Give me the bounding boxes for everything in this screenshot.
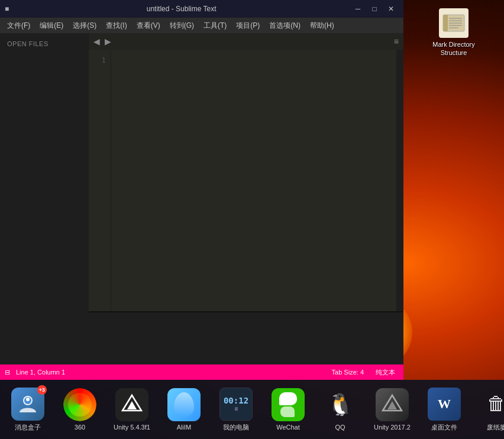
window-controls: ─ □ ✕ xyxy=(350,1,399,17)
clock-icon: 🖥 xyxy=(234,406,238,412)
bottom-panel xyxy=(89,311,403,364)
wechat-bubbles xyxy=(279,392,297,417)
code-content[interactable] xyxy=(111,50,396,311)
taskbar-icon-unity543 xyxy=(115,388,148,421)
menu-view[interactable]: 查看(V) xyxy=(132,20,165,32)
clock-time: 00:12 xyxy=(224,396,248,405)
window-icon: ■ xyxy=(5,5,9,13)
sublime-window: ■ untitled - Sublime Text ─ □ ✕ 文件(F) 编辑… xyxy=(0,0,403,380)
line-number-1: 1 xyxy=(89,54,111,66)
minimize-button[interactable]: ─ xyxy=(350,1,366,17)
trash-icon: 🗑 xyxy=(487,393,504,415)
taskbar-item-word[interactable]: W 桌面文件 xyxy=(419,381,470,438)
taskbar-label-trash: 废纸篓 xyxy=(487,423,505,432)
taskbar-item-qq[interactable]: 🐧 QQ xyxy=(315,381,366,438)
mark-directory-icon-visual xyxy=(439,8,469,38)
status-icon: ⊟ xyxy=(5,369,10,376)
taskbar-label-qq: QQ xyxy=(335,424,345,431)
taskbar-item-unity543[interactable]: Unity 5.4.3f1 xyxy=(106,381,157,438)
tab-nav-left-button[interactable]: ◀ xyxy=(91,37,102,46)
taskbar-label-unity2017: Unity 2017.2 xyxy=(374,424,411,431)
close-button[interactable]: ✕ xyxy=(383,1,399,17)
taskbar-icon-unity2017 xyxy=(376,388,409,421)
aliim-drop xyxy=(174,392,194,417)
menu-file[interactable]: 文件(F) xyxy=(2,20,35,32)
title-bar: ■ untitled - Sublime Text ─ □ ✕ xyxy=(0,0,403,18)
taskbar-label-wechat: WeChat xyxy=(276,424,300,431)
taskbar-item-aliim[interactable]: AliIM xyxy=(159,381,209,438)
mark-directory-icon[interactable]: Mark Directory Structure xyxy=(425,6,483,60)
taskbar-icon-word: W xyxy=(428,388,461,421)
svg-rect-1 xyxy=(443,15,448,31)
tab-bar: ◀ ▶ ≡ xyxy=(89,33,403,50)
mark-directory-label: Mark Directory Structure xyxy=(427,40,480,57)
mark-directory-icon-img xyxy=(439,8,469,38)
taskbar-label-360: 360 xyxy=(75,424,85,431)
menu-edit[interactable]: 编辑(E) xyxy=(35,20,68,32)
taskbar-item-unity2017[interactable]: Unity 2017.2 xyxy=(367,381,418,438)
open-files-label: OPEN FILES xyxy=(0,38,89,50)
svg-marker-11 xyxy=(127,401,137,409)
360-logo xyxy=(63,388,96,421)
taskbar-item-contacts[interactable]: +3 消息盒子 xyxy=(2,381,53,438)
taskbar-icon-contacts: +3 xyxy=(11,388,44,421)
menu-select[interactable]: 选择(S) xyxy=(68,20,101,32)
taskbar-item-360[interactable]: 360 xyxy=(54,381,105,438)
taskbar-icon-mycomputer: 00:12 🖥 xyxy=(219,388,253,421)
desktop-icons-area: Mark Directory Structure xyxy=(403,0,504,439)
main-content: OPEN FILES ◀ ▶ ≡ 1 xyxy=(0,33,403,364)
word-icon-letter: W xyxy=(438,396,451,412)
taskbar-icon-360 xyxy=(63,388,96,421)
line-numbers: 1 xyxy=(89,50,111,311)
menu-bar: 文件(F) 编辑(E) 选择(S) 查找(I) 查看(V) 转到(G) 工具(T… xyxy=(0,18,403,33)
menu-find[interactable]: 查找(I) xyxy=(101,20,131,32)
window-title: untitled - Sublime Text xyxy=(12,5,350,13)
taskbar-label-mycomputer: 我的电脑 xyxy=(223,423,249,432)
svg-point-9 xyxy=(26,398,30,401)
tab-menu-button[interactable]: ≡ xyxy=(392,37,401,46)
code-editor[interactable]: 1 xyxy=(89,50,403,311)
contacts-badge: +3 xyxy=(37,385,47,395)
status-bar: ⊟ Line 1, Column 1 Tab Size: 4 纯文本 xyxy=(0,364,403,380)
taskbar-icon-wechat xyxy=(272,388,305,421)
editor-area[interactable]: ◀ ▶ ≡ 1 xyxy=(89,33,403,364)
sidebar: OPEN FILES xyxy=(0,33,89,364)
taskbar-icon-qq: 🐧 xyxy=(324,388,357,421)
wechat-bubble-1 xyxy=(279,392,297,405)
taskbar-item-wechat[interactable]: WeChat xyxy=(263,381,314,438)
clock-display: 00:12 🖥 xyxy=(219,388,253,421)
menu-project[interactable]: 项目(P) xyxy=(231,20,264,32)
menu-help[interactable]: 帮助(H) xyxy=(305,20,339,32)
taskbar-icon-aliim xyxy=(167,388,201,421)
taskbar-label-unity543: Unity 5.4.3f1 xyxy=(114,424,150,431)
taskbar-label-word: 桌面文件 xyxy=(431,423,457,432)
svg-marker-13 xyxy=(387,401,397,409)
scrollbar[interactable] xyxy=(396,50,403,311)
menu-preferences[interactable]: 首选项(N) xyxy=(264,20,305,32)
menu-tools[interactable]: 工具(T) xyxy=(199,20,231,32)
menu-goto[interactable]: 转到(G) xyxy=(165,20,199,32)
qq-penguin-icon: 🐧 xyxy=(327,392,354,417)
encoding[interactable]: 纯文本 xyxy=(372,368,399,377)
cursor-position: Line 1, Column 1 xyxy=(12,369,69,376)
taskbar-label-aliim: AliIM xyxy=(177,424,191,431)
wechat-bubble-2 xyxy=(280,406,295,417)
tab-size[interactable]: Tab Size: 4 xyxy=(328,369,367,376)
tab-nav-right-button[interactable]: ▶ xyxy=(102,37,114,46)
taskbar-item-trash[interactable]: 🗑 废纸篓 xyxy=(471,381,504,438)
status-right: Tab Size: 4 纯文本 xyxy=(328,368,399,377)
taskbar-label-contacts: 消息盒子 xyxy=(15,423,41,432)
maximize-button[interactable]: □ xyxy=(367,1,382,17)
taskbar-item-mycomputer[interactable]: 00:12 🖥 我的电脑 xyxy=(211,381,261,438)
taskbar-icon-trash: 🗑 xyxy=(480,388,504,421)
taskbar: +3 消息盒子 360 Unity 5.4.3f1 xyxy=(0,380,504,439)
